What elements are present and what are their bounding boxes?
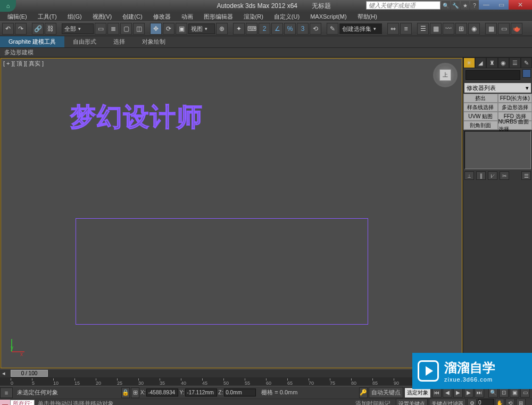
key-filters-button[interactable]: 关键点过滤器 (429, 399, 466, 406)
maxscript-mini-listener-icon[interactable]: ≡ (0, 387, 13, 398)
ribbon-tab-freeform[interactable]: 自由形式 (64, 36, 105, 47)
edit-named-sel-button[interactable]: ✎ (327, 23, 338, 35)
unlink-button[interactable]: ⛓ (45, 23, 56, 35)
viewport[interactable]: [ + ][ 顶 ][ 真实 ] 上 梦幻设计师 y x (1, 58, 462, 368)
z-input[interactable] (224, 389, 256, 396)
snap-angle-button[interactable]: ∠ (271, 23, 283, 35)
use-pivot-button[interactable]: ⊕ (216, 23, 228, 35)
mod-uvw-map[interactable]: UVW 贴图 (463, 112, 498, 121)
key-icon[interactable]: 🔑 (359, 387, 368, 398)
render-setup-button[interactable]: ▦ (485, 23, 497, 35)
ribbon-tab-paint[interactable]: 对象绘制 (134, 36, 174, 47)
search-input[interactable] (366, 1, 440, 10)
mod-spline-select[interactable]: 样条线选择 (463, 103, 498, 112)
help-icon[interactable]: ? (470, 1, 479, 10)
prev-frame-button[interactable]: ◀ (443, 388, 452, 398)
undo-button[interactable]: ↶ (2, 23, 14, 35)
named-selection-dropdown[interactable]: 创建选择集 (339, 23, 382, 34)
time-config-button[interactable]: ⚙ (467, 399, 477, 406)
window-crossing-button[interactable]: ◫ (133, 23, 145, 35)
pin-stack-button[interactable]: ⟂ (464, 171, 474, 180)
utilities-tab[interactable]: ✎ (521, 57, 533, 68)
remove-modifier-button[interactable]: ✂ (500, 171, 509, 180)
next-frame-button[interactable]: ▶ (464, 388, 473, 398)
mirror-button[interactable]: ⇔ (387, 23, 399, 35)
menu-create[interactable]: 创建(C) (117, 12, 147, 22)
menu-group[interactable]: 组(G) (62, 12, 87, 22)
graphite-ribbon-button[interactable]: ▦ (430, 23, 442, 35)
x-input[interactable] (146, 389, 178, 396)
show-end-result-button[interactable]: ‖ (476, 171, 486, 180)
set-key-button[interactable]: 设置关键点 (396, 399, 428, 406)
app-icon[interactable]: ⌂ (0, 0, 16, 12)
current-frame-input[interactable] (478, 399, 494, 406)
select-scale-button[interactable]: ▣ (176, 23, 187, 35)
modify-tab[interactable]: ◢ (475, 57, 487, 68)
add-time-tag[interactable]: 添加时间标记 (352, 400, 394, 405)
mod-extrude[interactable]: 挤出 (463, 94, 498, 103)
make-unique-button[interactable]: ⩗ (488, 171, 497, 180)
goto-end-button[interactable]: ⏭ (475, 388, 484, 398)
tool-wrench-icon[interactable]: 🔧 (451, 1, 460, 10)
object-color-swatch[interactable] (522, 69, 531, 78)
schematic-view-button[interactable]: ⊞ (455, 23, 467, 35)
mod-ffd-box[interactable]: FFD(长方体) (498, 94, 533, 103)
minimize-button[interactable]: — (479, 0, 494, 10)
ribbon-tab-selection[interactable]: 选择 (105, 36, 134, 47)
spinner-snap-button[interactable]: ⟲ (310, 23, 321, 35)
menu-rendering[interactable]: 渲染(R) (238, 12, 269, 22)
close-button[interactable]: ✕ (509, 0, 532, 10)
snap-percent-button[interactable]: % (284, 23, 296, 35)
menu-maxscript[interactable]: MAXScript(M) (305, 12, 352, 21)
snap-2d-button[interactable]: 2 (259, 23, 270, 35)
star-icon[interactable]: ★ (461, 1, 469, 10)
mod-bevel-profile[interactable]: 剖角剖面 (463, 121, 498, 130)
menu-animation[interactable]: 动画 (176, 12, 198, 22)
redo-button[interactable]: ↷ (15, 23, 27, 35)
select-rotate-button[interactable]: ⟳ (163, 23, 174, 35)
zoom-extents-button[interactable]: ▣ (510, 388, 519, 398)
viewcube-face[interactable]: 上 (439, 69, 451, 81)
motion-tab[interactable]: ◉ (498, 57, 510, 68)
zoom-all-button[interactable]: ⊡ (499, 388, 509, 398)
maxscript-listener[interactable]: — 所在行: (0, 400, 35, 406)
material-editor-button[interactable]: ◉ (468, 23, 480, 35)
frame-slider-thumb[interactable]: 0 / 100 (11, 370, 48, 377)
zoom-region-button[interactable]: ▭ (520, 388, 530, 398)
layer-manager-button[interactable]: ☰ (417, 23, 429, 35)
create-tab[interactable]: ✳ (463, 57, 475, 68)
align-button[interactable]: ≡ (400, 23, 412, 35)
menu-help[interactable]: 帮助(H) (352, 12, 383, 22)
snap-3d-button[interactable]: 3 (297, 23, 309, 35)
zoom-button[interactable]: 🔍 (488, 388, 498, 398)
goto-start-button[interactable]: ⏮ (432, 388, 442, 398)
mod-nurbs-surf-select[interactable]: NURBS 曲面选择 (498, 121, 533, 130)
modifier-stack[interactable] (464, 131, 531, 169)
search-binoculars-icon[interactable]: 🔍 (442, 1, 450, 10)
max-viewport-button[interactable]: ⊞ (516, 399, 526, 406)
modifier-list-dropdown[interactable]: 修改器列表 (464, 83, 531, 93)
rendered-frame-button[interactable]: ▭ (498, 23, 510, 35)
menu-edit[interactable]: 编辑(E) (2, 12, 32, 22)
text-shape-object[interactable] (76, 218, 368, 325)
render-production-button[interactable]: 🫖 (511, 23, 522, 35)
ribbon-tab-graphite[interactable]: Graphite 建模工具 (0, 36, 64, 47)
manipulate-button[interactable]: ✦ (233, 23, 245, 35)
configure-sets-button[interactable]: ☰ (521, 171, 531, 180)
curve-editor-button[interactable]: 〰 (443, 23, 454, 35)
selection-filter-dropdown[interactable]: 全部 (62, 23, 94, 34)
menu-modifiers[interactable]: 修改器 (148, 12, 176, 22)
link-button[interactable]: 🔗 (32, 23, 44, 35)
object-name-field[interactable] (466, 70, 520, 80)
auto-key-button[interactable]: 自动关键点 (369, 387, 403, 398)
select-move-button[interactable]: ✥ (150, 23, 162, 35)
menu-views[interactable]: 视图(V) (87, 12, 118, 22)
menu-tools[interactable]: 工具(T) (32, 12, 62, 22)
orbit-view-button[interactable]: ⟲ (505, 399, 515, 406)
keyboard-shortcut-button[interactable]: ⌨ (246, 23, 257, 35)
viewport-label[interactable]: [ + ][ 顶 ][ 真实 ] (3, 60, 44, 68)
hierarchy-tab[interactable]: ♜ (486, 57, 498, 68)
play-button[interactable]: ▶ (453, 388, 463, 398)
select-object-button[interactable]: ▭ (95, 23, 106, 35)
select-by-name-button[interactable]: ≣ (107, 23, 119, 35)
